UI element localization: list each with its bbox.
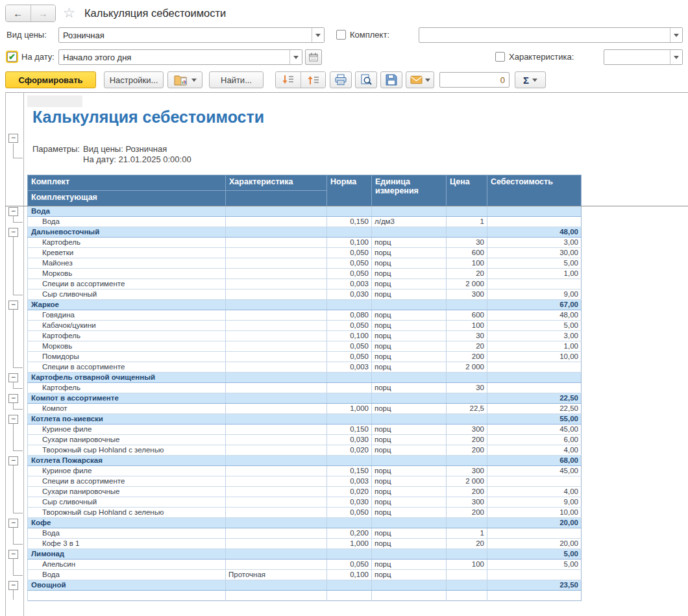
- collapse-group-button[interactable]: −: [8, 373, 18, 382]
- on-date-combo[interactable]: Начало этого дня: [58, 49, 302, 65]
- group-row: Дальневосточный48,00: [28, 227, 582, 238]
- collapse-group-button[interactable]: −: [8, 207, 18, 216]
- item-cost-cell: 9,00: [487, 497, 582, 508]
- report-top-border: [5, 92, 688, 93]
- on-date-dropdown-button[interactable]: [289, 50, 302, 64]
- group-cost-cell: 20,00: [487, 518, 582, 528]
- preview-button[interactable]: [355, 71, 377, 88]
- item-unit-cell: порц: [372, 290, 447, 300]
- collapse-group-button[interactable]: −: [8, 550, 18, 559]
- item-price-cell: 1: [447, 217, 487, 227]
- item-characteristic-cell: [226, 310, 327, 321]
- print-button[interactable]: [330, 71, 352, 88]
- item-name-cell: Сыр сливочный: [28, 290, 226, 300]
- generate-button[interactable]: Сформировать: [5, 71, 96, 88]
- group-tree-line: [13, 590, 14, 600]
- characteristic-combo[interactable]: [604, 49, 683, 65]
- item-price-cell: 600: [447, 248, 487, 258]
- item-price-cell: 300: [447, 290, 487, 300]
- item-norm-cell: 0,150: [327, 425, 372, 435]
- item-price-cell: 200: [447, 445, 487, 456]
- group-name-cell: Овощной: [28, 580, 226, 591]
- item-row: Сухари панировочные0,020порц2004,00: [28, 487, 582, 497]
- collapse-group-button[interactable]: −: [8, 456, 18, 465]
- item-price-cell: 100: [447, 560, 487, 570]
- collapse-groups-button[interactable]: [301, 72, 325, 88]
- item-unit-cell: порц: [372, 560, 447, 570]
- item-row: Творожный сыр Hohland с зеленью0,020порц…: [28, 445, 582, 456]
- group-row: Компот в ассортименте22,50: [28, 393, 582, 404]
- item-norm-cell: 0,100: [327, 331, 372, 341]
- settings-button[interactable]: Настройки...: [104, 71, 164, 88]
- characteristic-checkbox[interactable]: [495, 52, 505, 62]
- item-norm-cell: 0,020: [327, 487, 372, 497]
- item-unit-cell: порц: [372, 269, 447, 279]
- item-unit-cell: порц: [372, 238, 447, 248]
- save-button[interactable]: [380, 71, 402, 88]
- item-unit-cell: л/дм3: [372, 217, 447, 227]
- send-mail-button[interactable]: [406, 71, 434, 88]
- chevron-down-icon: [293, 56, 299, 59]
- frozen-header-line: [5, 206, 688, 206]
- chevron-down-icon: [425, 79, 430, 82]
- kit-checkbox[interactable]: [336, 30, 346, 40]
- item-name-cell: Вода: [28, 528, 226, 539]
- forward-button[interactable]: →: [31, 5, 56, 21]
- price-type-dropdown-button[interactable]: [312, 28, 324, 42]
- find-button[interactable]: Найти...: [209, 71, 264, 88]
- group-characteristic-cell: [226, 393, 327, 404]
- collapse-group-button[interactable]: −: [8, 581, 18, 590]
- item-name-cell: Творожный сыр Hohland с зеленью: [28, 445, 226, 456]
- item-norm-cell: 0,030: [327, 497, 372, 508]
- collapse-group-button[interactable]: −: [8, 134, 18, 143]
- group-tree-line: [13, 367, 23, 368]
- floppy-save-icon: [386, 74, 397, 86]
- header-price: Цена: [447, 175, 487, 206]
- partial-cell: [372, 591, 447, 601]
- group-name-cell: Котлета Пожарская: [28, 456, 226, 466]
- item-norm-cell: 0,050: [327, 269, 372, 279]
- item-norm-cell: 0,030: [327, 290, 372, 300]
- header-kit: Комплект: [28, 175, 226, 191]
- print-preview-icon: [360, 74, 373, 86]
- characteristic-label: Характеристика:: [509, 52, 574, 62]
- item-price-cell: 20: [447, 341, 487, 352]
- group-norm-cell: [327, 393, 372, 404]
- calendar-picker-button[interactable]: [305, 49, 322, 65]
- item-norm-cell: 0,050: [327, 352, 372, 362]
- item-cost-cell: [487, 362, 582, 373]
- item-characteristic-cell: [226, 560, 327, 570]
- group-tree-line: [13, 559, 14, 575]
- collapse-group-button[interactable]: −: [8, 415, 18, 424]
- autosum-value-field[interactable]: [439, 72, 510, 88]
- item-price-cell: 100: [447, 321, 487, 331]
- report-variants-button[interactable]: [167, 71, 203, 88]
- collapse-group-button[interactable]: −: [8, 301, 18, 310]
- favorite-star-icon[interactable]: ☆: [63, 5, 75, 21]
- report-title: Калькуляция себестоимости: [32, 108, 264, 127]
- item-name-cell: Специи в ассортименте: [28, 362, 226, 373]
- kit-dropdown-button[interactable]: [670, 28, 682, 42]
- item-unit-cell: порц: [372, 352, 447, 362]
- group-unit-cell: [372, 227, 447, 238]
- kit-combo[interactable]: [419, 27, 683, 43]
- sum-button[interactable]: Σ: [515, 71, 546, 88]
- characteristic-dropdown-button[interactable]: [670, 50, 682, 64]
- item-unit-cell: порц: [372, 331, 447, 341]
- table-header-row-1: Комплект Характеристика Норма Единица из…: [28, 175, 582, 191]
- back-button[interactable]: ←: [6, 5, 31, 21]
- group-tree-line: [13, 544, 23, 545]
- price-type-combo[interactable]: Розничная: [58, 27, 325, 43]
- collapse-group-button[interactable]: −: [8, 519, 18, 528]
- collapse-group-button[interactable]: −: [8, 394, 18, 403]
- collapse-group-button[interactable]: −: [8, 228, 18, 237]
- expand-groups-button[interactable]: [276, 72, 301, 88]
- on-date-checkbox[interactable]: ✔: [7, 52, 17, 62]
- item-name-cell: Сухари панировочные: [28, 487, 226, 497]
- partial-cell: [447, 591, 487, 601]
- item-unit-cell: порц: [372, 476, 447, 487]
- item-cost-cell: [487, 528, 582, 539]
- item-norm-cell: 1,000: [327, 404, 372, 414]
- item-unit-cell: порц: [372, 435, 447, 445]
- item-name-cell: Креветки: [28, 248, 226, 258]
